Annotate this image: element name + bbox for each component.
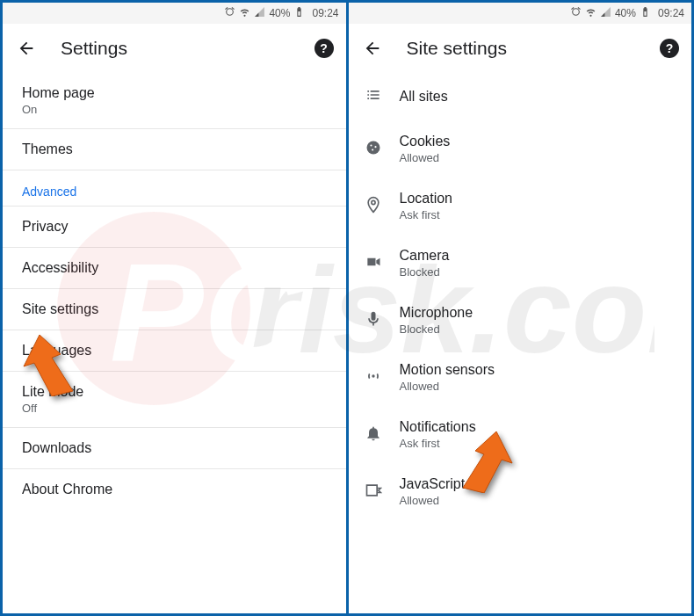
wifi-icon [239, 6, 250, 20]
battery-icon [640, 6, 651, 20]
svg-point-3 [374, 146, 376, 148]
signal-icon [600, 6, 611, 20]
row-label: Home page [22, 85, 327, 101]
section-advanced: Advanced [3, 170, 346, 207]
row-sub: Off [22, 402, 327, 415]
row-label: Microphone [400, 305, 676, 321]
svg-point-4 [372, 149, 373, 150]
row-accessibility[interactable]: Accessibility [3, 248, 346, 289]
arrow-back-icon [17, 39, 36, 58]
row-label: Downloads [22, 440, 327, 456]
camera-icon [365, 253, 382, 274]
javascript-icon [365, 482, 382, 503]
settings-list: Home page On Themes Advanced Privacy Acc… [3, 73, 346, 613]
row-label: Lite mode [22, 384, 327, 400]
clock-time: 09:24 [312, 7, 338, 19]
location-icon [365, 196, 382, 217]
row-label: Location [400, 191, 676, 207]
mic-icon [365, 310, 382, 331]
header: Settings ? [3, 24, 346, 73]
row-label: Accessibility [22, 260, 327, 276]
row-sub: Blocked [400, 265, 676, 279]
row-label: Cookies [400, 134, 676, 149]
row-all-sites[interactable]: All sites [349, 73, 692, 120]
row-notifications[interactable]: NotificationsAsk first [349, 406, 692, 463]
header: Site settings ? [349, 24, 692, 73]
row-label: Site settings [22, 301, 327, 317]
row-site-settings[interactable]: Site settings [3, 289, 346, 330]
svg-point-5 [372, 374, 374, 377]
row-label: All sites [400, 89, 676, 105]
row-sub: Ask first [400, 208, 676, 221]
row-label: Privacy [22, 219, 327, 235]
row-about-chrome[interactable]: About Chrome [3, 469, 346, 510]
svg-point-1 [366, 141, 380, 154]
row-sub: Allowed [400, 494, 676, 507]
row-label: Motion sensors [400, 362, 676, 378]
svg-point-2 [370, 144, 372, 146]
battery-icon [293, 6, 305, 20]
row-sub: Allowed [400, 380, 676, 393]
page-title: Settings [61, 38, 127, 59]
page-title: Site settings [407, 38, 507, 59]
row-javascript[interactable]: JavaScriptAllowed [349, 463, 692, 520]
help-button[interactable]: ? [660, 39, 679, 58]
row-motion-sensors[interactable]: Motion sensorsAllowed [349, 349, 692, 406]
settings-screen: 40% 09:24 Settings ? Home page On Themes… [3, 3, 349, 613]
row-home-page[interactable]: Home page On [3, 73, 346, 129]
bell-icon [365, 424, 382, 446]
row-microphone[interactable]: MicrophoneBlocked [349, 292, 692, 349]
row-languages[interactable]: Languages [3, 330, 346, 372]
arrow-back-icon [363, 39, 382, 58]
status-bar: 40% 09:24 [3, 3, 346, 24]
row-sub: Blocked [400, 322, 676, 336]
clock-time: 09:24 [658, 7, 684, 19]
row-label: About Chrome [22, 482, 327, 497]
row-label: Notifications [400, 419, 676, 435]
wifi-icon [585, 6, 596, 20]
motion-icon [365, 367, 382, 388]
battery-pct: 40% [615, 7, 636, 19]
alarm-icon [570, 6, 582, 20]
row-label: Themes [22, 141, 327, 157]
row-label: Camera [400, 248, 676, 264]
row-camera[interactable]: CameraBlocked [349, 235, 692, 292]
row-sub: Ask first [400, 437, 676, 450]
cookie-icon [365, 139, 382, 160]
site-settings-screen: 40% 09:24 Site settings ? All sites Cook… [349, 3, 692, 613]
row-label: Languages [22, 343, 327, 359]
row-cookies[interactable]: CookiesAllowed [349, 120, 692, 178]
row-themes[interactable]: Themes [3, 129, 346, 170]
row-lite-mode[interactable]: Lite mode Off [3, 372, 346, 428]
row-sub: On [22, 103, 327, 116]
battery-pct: 40% [269, 7, 290, 19]
status-bar: 40% 09:24 [349, 3, 692, 24]
alarm-icon [224, 6, 235, 20]
site-settings-list: All sites CookiesAllowed LocationAsk fir… [349, 73, 692, 613]
signal-icon [254, 6, 265, 20]
help-button[interactable]: ? [314, 39, 334, 58]
back-button[interactable] [15, 37, 38, 60]
row-label: JavaScript [400, 476, 676, 492]
list-icon [365, 86, 382, 107]
back-button[interactable] [361, 37, 384, 60]
row-downloads[interactable]: Downloads [3, 428, 346, 469]
row-sub: Allowed [400, 151, 676, 164]
row-privacy[interactable]: Privacy [3, 207, 346, 248]
row-location[interactable]: LocationAsk first [349, 178, 692, 235]
